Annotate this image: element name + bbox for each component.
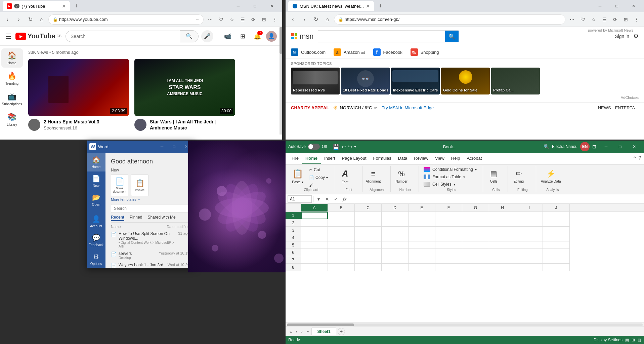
word-tab-recent[interactable]: Recent bbox=[111, 215, 124, 221]
excel-cell-i7[interactable] bbox=[516, 256, 543, 264]
sheet-nav-next[interactable]: › bbox=[300, 329, 304, 334]
page-break-view-icon[interactable]: ▥ bbox=[638, 338, 641, 342]
browser-scrollbar[interactable] bbox=[280, 27, 282, 135]
excel-cell-f4[interactable] bbox=[435, 234, 462, 241]
sponsored-card-cars[interactable]: Inexpensive Electric Cars bbox=[391, 68, 440, 94]
excel-cell-e5[interactable] bbox=[409, 241, 435, 249]
excel-tab-data[interactable]: Data bbox=[395, 153, 411, 164]
word-sidebar-home[interactable]: 🏠 Home bbox=[87, 153, 105, 171]
row-header-5[interactable]: 5 bbox=[286, 241, 301, 249]
sheet-nav-last[interactable]: » bbox=[305, 329, 310, 334]
excel-cell-b3[interactable] bbox=[328, 227, 355, 234]
excel-cell-i2[interactable] bbox=[516, 219, 543, 227]
confirm-formula-icon[interactable]: ✓ bbox=[332, 195, 340, 203]
cancel-formula-icon[interactable]: ✕ bbox=[324, 195, 331, 203]
bookmark-icon[interactable]: ☆ bbox=[227, 15, 237, 24]
excel-cell-j5[interactable] bbox=[543, 241, 570, 249]
excel-cell-a7[interactable] bbox=[301, 256, 328, 264]
sheet-nav-prev[interactable]: ‹ bbox=[295, 329, 299, 334]
word-file-item[interactable]: 📄 Waynes book 1 - Jan 3rd 2021 draft Des… bbox=[111, 261, 189, 268]
word-file-item[interactable]: 📄 How To Use Split Screen On Windows... … bbox=[111, 230, 189, 250]
maximize-button[interactable]: □ bbox=[247, 1, 263, 11]
row-header-7[interactable]: 7 bbox=[286, 256, 301, 264]
sheet-tab-1[interactable]: Sheet1 bbox=[311, 328, 336, 335]
excel-cell-e1[interactable] bbox=[409, 212, 435, 219]
msn-search-input[interactable] bbox=[318, 31, 445, 42]
excel-tab-help[interactable]: Help bbox=[448, 153, 464, 164]
excel-tab-insert[interactable]: Insert bbox=[321, 153, 339, 164]
shield-icon[interactable]: 🛡 bbox=[216, 15, 226, 24]
excel-cell-g8[interactable] bbox=[462, 264, 489, 271]
sidebar-item-home[interactable]: 🏠 Home bbox=[1, 48, 23, 68]
editing-button[interactable]: ✏ Editing bbox=[511, 166, 527, 186]
create-video-button[interactable]: 📹 bbox=[222, 30, 234, 42]
word-sidebar-account[interactable]: 👤 Account bbox=[87, 212, 105, 231]
msn-tab[interactable]: MSN UK: Latest news, weather... ✕ bbox=[288, 1, 374, 11]
excel-cell-h6[interactable] bbox=[489, 249, 516, 256]
excel-tab-view[interactable]: View bbox=[432, 153, 448, 164]
excel-cell-c8[interactable] bbox=[355, 264, 382, 271]
maximize-button[interactable]: □ bbox=[609, 1, 625, 11]
autosave-toggle[interactable] bbox=[308, 144, 320, 150]
notifications-button[interactable]: 🔔 7 bbox=[251, 30, 263, 42]
excel-cell-j4[interactable] bbox=[543, 234, 570, 241]
excel-cell-g7[interactable] bbox=[462, 256, 489, 264]
excel-cell-e4[interactable] bbox=[409, 234, 435, 241]
excel-cell-i4[interactable] bbox=[516, 234, 543, 241]
col-header-h[interactable]: H bbox=[489, 204, 516, 212]
excel-cell-d6[interactable] bbox=[382, 249, 409, 256]
excel-cell-f8[interactable] bbox=[435, 264, 462, 271]
redo-icon[interactable]: ↪ bbox=[348, 144, 352, 150]
excel-cell-f5[interactable] bbox=[435, 241, 462, 249]
excel-cell-c6[interactable] bbox=[355, 249, 382, 256]
video-card[interactable]: 2:03:39 2 Hours Epic Music Vol.3 Strohsc… bbox=[28, 59, 129, 132]
minimize-button[interactable]: ─ bbox=[592, 1, 608, 11]
number-button[interactable]: % Number bbox=[393, 166, 410, 186]
home-button[interactable]: ⌂ bbox=[37, 15, 46, 24]
col-header-c[interactable]: C bbox=[355, 204, 382, 212]
undo-icon[interactable]: ↩ bbox=[341, 144, 346, 150]
word-tab-pinned[interactable]: Pinned bbox=[130, 215, 142, 221]
amazon-link[interactable]: a Amazon ad bbox=[334, 48, 365, 56]
excel-cell-e7[interactable] bbox=[409, 256, 435, 264]
sign-in-link[interactable]: Sign in bbox=[615, 34, 629, 39]
excel-cell-e3[interactable] bbox=[409, 227, 435, 234]
shield-icon[interactable]: 🛡 bbox=[578, 15, 588, 24]
excel-cell-g2[interactable] bbox=[462, 219, 489, 227]
excel-cell-f1[interactable] bbox=[435, 212, 462, 219]
cut-button[interactable]: ✂ Cut bbox=[307, 166, 330, 174]
word-file-item[interactable]: 📄 servers Desktop Yesterday at 18:13 bbox=[111, 250, 189, 261]
excel-cell-g5[interactable] bbox=[462, 241, 489, 249]
excel-cell-b5[interactable] bbox=[328, 241, 355, 249]
youtube-voice-search[interactable]: 🎤 bbox=[201, 30, 213, 42]
col-header-d[interactable]: D bbox=[382, 204, 409, 212]
youtube-search-input[interactable] bbox=[66, 31, 180, 42]
conditional-formatting-button[interactable]: Conditional Formatting ▾ bbox=[422, 166, 479, 173]
excel-cell-j1[interactable] bbox=[543, 212, 570, 219]
excel-cell-d7[interactable] bbox=[382, 256, 409, 264]
back-button[interactable]: ‹ bbox=[3, 15, 12, 24]
msn-search-button[interactable]: 🔍 bbox=[445, 31, 459, 42]
excel-tab-acrobat[interactable]: Acrobat bbox=[464, 153, 485, 164]
excel-cell-a8[interactable] bbox=[301, 264, 328, 271]
excel-cell-g4[interactable] bbox=[462, 234, 489, 241]
row-header-6[interactable]: 6 bbox=[286, 249, 301, 256]
excel-cell-a3[interactable] bbox=[301, 227, 328, 234]
reload-button[interactable]: ↻ bbox=[26, 15, 35, 24]
excel-cell-h8[interactable] bbox=[489, 264, 516, 271]
msn-logo[interactable]: msn bbox=[291, 32, 314, 41]
excel-cell-a4[interactable] bbox=[301, 234, 328, 241]
col-header-e[interactable]: E bbox=[409, 204, 435, 212]
youtube-search-button[interactable]: 🔍 bbox=[180, 30, 199, 42]
excel-cell-g6[interactable] bbox=[462, 249, 489, 256]
youtube-tab[interactable]: 7 (7) YouTube ✕ bbox=[3, 1, 70, 11]
customize-icon[interactable]: ▾ bbox=[354, 144, 356, 149]
excel-cell-d1[interactable] bbox=[382, 212, 409, 219]
excel-cell-a2[interactable] bbox=[301, 219, 328, 227]
excel-cell-b1[interactable] bbox=[328, 212, 355, 219]
excel-cell-d2[interactable] bbox=[382, 219, 409, 227]
address-bar[interactable]: 🔒 https://www.msn.com/en-gb/ bbox=[334, 14, 565, 25]
formula-input[interactable] bbox=[350, 196, 642, 201]
hamburger-menu-icon[interactable]: ☰ bbox=[5, 32, 11, 40]
video-card[interactable]: I AM ALL THE JEDISTAR WARSAMBIENCE MUSIC… bbox=[134, 59, 235, 132]
